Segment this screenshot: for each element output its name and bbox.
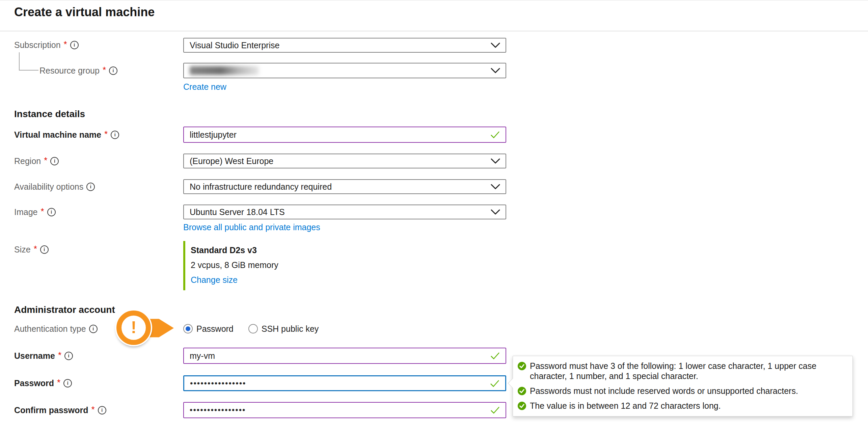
size-specs: 2 vcpus, 8 GiB memory bbox=[191, 260, 419, 270]
password-input[interactable]: •••••••••••••••• bbox=[183, 375, 506, 391]
required-asterisk: * bbox=[103, 65, 106, 75]
confirm-password-input[interactable]: •••••••••••••••• bbox=[183, 402, 506, 418]
password-requirement-item: The value is in between 12 and 72 charac… bbox=[518, 401, 846, 411]
image-label: Image * i bbox=[14, 207, 56, 217]
chevron-down-icon bbox=[491, 158, 500, 164]
resource-group-label: Resource group * i bbox=[39, 65, 117, 76]
section-administrator-account: Administrator account bbox=[14, 304, 115, 316]
info-icon[interactable]: i bbox=[40, 245, 49, 254]
subscription-label: Subscription * i bbox=[14, 40, 79, 50]
size-label: Size * i bbox=[14, 244, 49, 254]
valid-check-icon bbox=[490, 406, 500, 414]
chevron-down-icon bbox=[491, 68, 500, 73]
required-asterisk: * bbox=[34, 244, 37, 254]
radio-unselected-icon bbox=[248, 324, 258, 333]
password-requirement-item: Password must have 3 of the following: 1… bbox=[518, 361, 846, 381]
info-icon[interactable]: i bbox=[89, 325, 98, 333]
browse-images-link[interactable]: Browse all public and private images bbox=[183, 222, 320, 232]
required-asterisk: * bbox=[44, 155, 47, 166]
callout-arrow-right-icon bbox=[147, 317, 174, 340]
info-icon[interactable]: i bbox=[98, 406, 106, 414]
availability-options-dropdown[interactable]: No infrastructure redundancy required bbox=[183, 179, 506, 194]
success-check-icon bbox=[518, 387, 526, 395]
info-icon[interactable]: i bbox=[109, 66, 117, 75]
region-label: Region * i bbox=[14, 156, 59, 166]
required-asterisk: * bbox=[57, 377, 60, 388]
required-asterisk: * bbox=[40, 206, 44, 217]
page-title: Create a virtual machine bbox=[14, 5, 155, 20]
info-icon[interactable]: i bbox=[70, 41, 79, 49]
radio-option-password[interactable]: Password bbox=[183, 324, 234, 334]
radio-selected-icon bbox=[183, 324, 193, 333]
username-label: Username * i bbox=[14, 351, 73, 361]
required-asterisk: * bbox=[58, 350, 61, 360]
valid-check-icon bbox=[490, 379, 500, 387]
availability-options-label: Availability options i bbox=[14, 182, 95, 192]
chevron-down-icon bbox=[491, 209, 500, 215]
region-dropdown[interactable]: (Europe) West Europe bbox=[183, 154, 506, 168]
info-icon[interactable]: i bbox=[111, 131, 119, 139]
vm-name-label: Virtual machine name * i bbox=[14, 130, 119, 140]
confirm-password-label: Confirm password * i bbox=[14, 405, 106, 415]
subscription-dropdown[interactable]: Visual Studio Enterprise bbox=[183, 38, 506, 53]
create-vm-page: Create a virtual machine Subscription * … bbox=[0, 0, 868, 430]
change-size-link[interactable]: Change size bbox=[191, 275, 419, 285]
info-icon[interactable]: i bbox=[50, 157, 59, 165]
authentication-type-options: Password SSH public key bbox=[183, 324, 333, 334]
resource-group-connector-line bbox=[19, 70, 38, 71]
warning-callout: ! bbox=[116, 311, 174, 346]
success-check-icon bbox=[518, 362, 526, 370]
password-requirement-item: Passwords must not include reserved word… bbox=[518, 386, 846, 396]
info-icon[interactable]: i bbox=[86, 183, 95, 191]
confirm-password-masked-value: •••••••••••••••• bbox=[184, 406, 246, 414]
authentication-type-label: Authentication type i bbox=[14, 324, 98, 334]
resource-group-value-redacted bbox=[190, 66, 259, 75]
info-icon[interactable]: i bbox=[63, 379, 72, 387]
exclamation-icon: ! bbox=[131, 319, 137, 336]
image-dropdown[interactable]: Ubuntu Server 18.04 LTS bbox=[183, 205, 506, 219]
valid-check-icon bbox=[490, 131, 500, 139]
resource-group-dropdown[interactable] bbox=[183, 63, 506, 78]
info-icon[interactable]: i bbox=[64, 352, 73, 360]
success-check-icon bbox=[518, 402, 526, 410]
password-requirements-tooltip: Password must have 3 of the following: 1… bbox=[513, 356, 853, 416]
password-label: Password * i bbox=[14, 378, 72, 388]
required-asterisk: * bbox=[91, 404, 94, 415]
password-masked-value: •••••••••••••••• bbox=[184, 379, 246, 387]
size-summary: Standard D2s v3 2 vcpus, 8 GiB memory Ch… bbox=[183, 241, 419, 290]
resource-group-connector-line bbox=[19, 52, 20, 71]
required-asterisk: * bbox=[64, 39, 67, 50]
tooltip-pointer bbox=[508, 378, 518, 388]
username-input[interactable]: my-vm bbox=[183, 348, 506, 364]
valid-check-icon bbox=[490, 352, 500, 360]
required-asterisk: * bbox=[104, 129, 108, 139]
create-new-link[interactable]: Create new bbox=[183, 82, 226, 92]
warning-icon: ! bbox=[116, 311, 151, 345]
header-divider bbox=[0, 31, 868, 31]
section-instance-details: Instance details bbox=[14, 108, 85, 120]
vm-name-input[interactable]: littlestjupyter bbox=[183, 127, 506, 143]
radio-option-ssh-public-key[interactable]: SSH public key bbox=[248, 324, 319, 334]
size-name: Standard D2s v3 bbox=[191, 245, 419, 255]
info-icon[interactable]: i bbox=[47, 208, 56, 216]
chevron-down-icon bbox=[491, 184, 500, 189]
chevron-down-icon bbox=[491, 43, 500, 48]
